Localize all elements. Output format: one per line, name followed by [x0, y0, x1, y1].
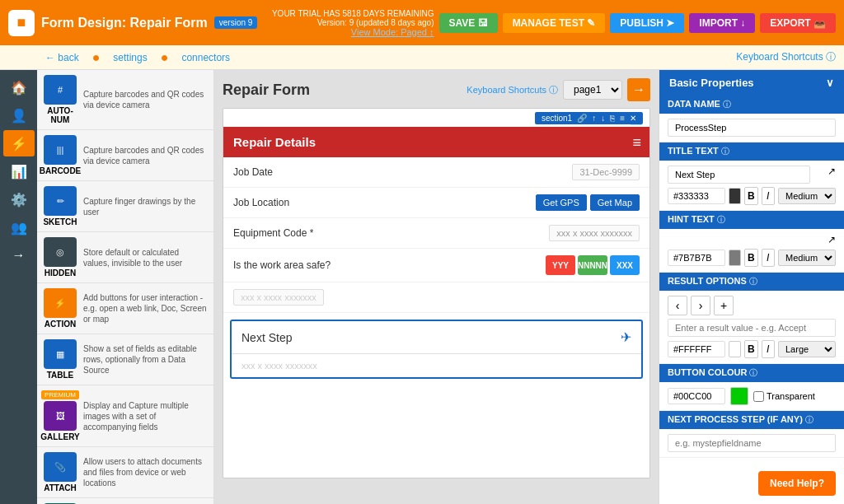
section-label: section1	[542, 114, 572, 123]
section-down-icon[interactable]: ↓	[601, 114, 605, 123]
get-map-button[interactable]: Get Map	[590, 194, 640, 211]
result-options-field: ‹ › + B I LargeMediumSmall	[659, 291, 844, 364]
nav-tools[interactable]: 👥	[3, 214, 35, 240]
section-menu-icon[interactable]: ≡	[620, 114, 625, 123]
header-actions: YOUR TRIAL HAS 5818 DAYS REMAINING Versi…	[272, 9, 836, 37]
transparent-checkbox[interactable]	[753, 391, 764, 402]
right-panel: Basic Properties ∨ DATA NAME ⓘ TITLE TEX…	[659, 70, 844, 504]
result-prev-btn[interactable]: ‹	[668, 296, 687, 315]
hint-size-select[interactable]: MediumSmallLarge	[778, 250, 836, 266]
trial-notice: YOUR TRIAL HAS 5818 DAYS REMAINING Versi…	[272, 9, 434, 37]
nav-home[interactable]: 🏠	[3, 74, 35, 100]
import-button[interactable]: IMPORT ↓	[689, 13, 755, 33]
tool-sketch[interactable]: ✏ SKETCH Capture finger drawings by the …	[37, 181, 213, 232]
attach-icon: 📎	[44, 452, 77, 482]
data-name-field	[659, 114, 844, 142]
tool-panel: # AUTO-NUM Capture barcodes and QR codes…	[37, 70, 214, 504]
tool-hidden[interactable]: ◎ HIDDEN Store default or calculated val…	[37, 232, 213, 283]
result-size-select[interactable]: LargeMediumSmall	[778, 341, 836, 357]
hint-text-label: HINT TEXT ⓘ	[659, 211, 844, 229]
tool-auto-num[interactable]: # AUTO-NUM Capture barcodes and QR codes…	[37, 70, 213, 130]
form-toolbar: Repair Form Keyboard Shortcuts ⓘ page1 →	[223, 78, 650, 101]
section-delete-icon[interactable]: ✕	[630, 114, 636, 123]
hint-color-input[interactable]	[668, 250, 725, 266]
tool-gallery[interactable]: PREMIUM 🖼 GALLERY Display and Capture mu…	[37, 385, 213, 447]
title-size-select[interactable]: MediumSmallLarge	[778, 188, 836, 204]
field-job-date: Job Date 31-Dec-9999	[223, 157, 649, 188]
field-xxx: xxx x xxxx xxxxxxx	[223, 282, 649, 313]
section-header: Repair Details ≡	[223, 127, 649, 157]
title-italic-btn[interactable]: I	[762, 187, 775, 205]
result-add-btn[interactable]: +	[714, 296, 734, 315]
title-text-input[interactable]	[668, 166, 810, 184]
button-colour-input[interactable]	[668, 388, 725, 404]
title-bold-btn[interactable]: B	[744, 187, 757, 205]
tool-data[interactable]: 🗄 DATA Selects the matching row from a f…	[37, 498, 213, 504]
page-dropdown[interactable]: page1	[563, 80, 622, 100]
result-italic-btn[interactable]: I	[762, 340, 775, 358]
title-text-field: ↗ B I MediumSmallLarge	[659, 161, 844, 211]
nav-form[interactable]: ⚡	[3, 130, 35, 156]
field-equipment-code: Equipment Code * xxx x xxxx xxxxxxx	[223, 218, 649, 249]
manage-test-button[interactable]: MANAGE TEST ✎	[503, 13, 606, 33]
title-color-box[interactable]	[729, 188, 741, 204]
nav-chart[interactable]: 📊	[3, 158, 35, 184]
keyboard-shortcuts-link[interactable]: Keyboard Shortcuts ⓘ	[736, 51, 836, 63]
keyboard-shortcuts-link2[interactable]: Keyboard Shortcuts ⓘ	[467, 84, 558, 96]
section-up-icon[interactable]: ↑	[592, 114, 596, 123]
back-link[interactable]: ← back	[45, 52, 79, 63]
result-color-input[interactable]	[668, 341, 725, 357]
table-icon: ▦	[44, 339, 77, 369]
title-color-input[interactable]	[668, 188, 725, 204]
section-controls: section1 🔗 ↑ ↓ ⎘ ≡ ✕	[535, 112, 643, 124]
button-colour-box[interactable]	[730, 387, 748, 405]
auto-num-icon: #	[44, 75, 77, 105]
toggle-yyy[interactable]: YYY	[546, 255, 575, 275]
need-help-button[interactable]: Need Help?	[758, 471, 836, 496]
send-icon: ✈	[621, 329, 631, 345]
hint-color-box[interactable]	[729, 250, 741, 266]
hint-text-field: ↗ B I MediumSmallLarge	[659, 229, 844, 273]
next-process-input[interactable]	[668, 434, 836, 452]
button-colour-label: BUTTON COLOUR ⓘ	[659, 364, 844, 382]
publish-button[interactable]: PUBLISH ➤	[610, 13, 684, 33]
view-mode-link[interactable]: View Mode: Paged ↕	[351, 27, 434, 37]
panel-header: Basic Properties ∨	[659, 70, 844, 96]
hint-italic-btn[interactable]: I	[762, 249, 775, 267]
tool-table[interactable]: ▦ TABLE Show a set of fields as editable…	[37, 334, 213, 385]
next-process-field	[659, 429, 844, 458]
hint-bold-btn[interactable]: B	[744, 249, 757, 267]
nav-user[interactable]: 👤	[3, 102, 35, 128]
result-next-btn[interactable]: ›	[691, 296, 710, 315]
process-step-field[interactable]: Next Step ✈ xxx x xxxx xxxxxxx	[230, 320, 643, 379]
data-name-input[interactable]	[668, 119, 836, 137]
connectors-link[interactable]: connectors	[181, 52, 230, 63]
hint-expand-icon[interactable]: ↗	[828, 234, 836, 245]
section-edit-icon[interactable]: 🔗	[577, 114, 587, 123]
result-value-input[interactable]	[668, 319, 836, 337]
get-gps-button[interactable]: Get GPS	[536, 194, 587, 211]
panel-collapse-icon[interactable]: ∨	[826, 77, 834, 89]
header: ■ Form Design: Repair Form version 9 YOU…	[0, 0, 844, 45]
settings-link[interactable]: settings	[113, 52, 147, 63]
save-button[interactable]: SAVE 🖫	[439, 13, 498, 33]
hidden-icon: ◎	[44, 237, 77, 267]
toggle-nnnnn[interactable]: NNNNN	[578, 255, 607, 275]
nav-settings[interactable]: ⚙️	[3, 186, 35, 212]
tool-attach[interactable]: 📎 ATTACH Allow users to attach documents…	[37, 447, 213, 498]
title-expand-icon[interactable]: ↗	[828, 166, 836, 184]
result-bold-btn[interactable]: B	[744, 340, 757, 358]
export-button[interactable]: EXPORT 📤	[760, 13, 836, 33]
result-options-label: RESULT OPTIONS ⓘ	[659, 273, 844, 291]
next-page-button[interactable]: →	[627, 78, 650, 101]
barcode-icon: |||	[44, 135, 77, 165]
title-text-label: TITLE TEXT ⓘ	[659, 142, 844, 161]
sub-header: ← back ● settings ● connectors Keyboard …	[0, 45, 844, 70]
toggle-xxx[interactable]: XXX	[610, 255, 640, 275]
section-copy-icon[interactable]: ⎘	[610, 114, 615, 123]
tool-action[interactable]: ⚡ ACTION Add buttons for user interactio…	[37, 283, 213, 334]
icon-bar: 🏠 👤 ⚡ 📊 ⚙️ 👥 →	[0, 70, 37, 504]
result-color-box[interactable]	[729, 341, 741, 357]
nav-arrow[interactable]: →	[3, 242, 35, 268]
tool-barcode[interactable]: ||| BARCODE Capture barcodes and QR code…	[37, 130, 213, 181]
